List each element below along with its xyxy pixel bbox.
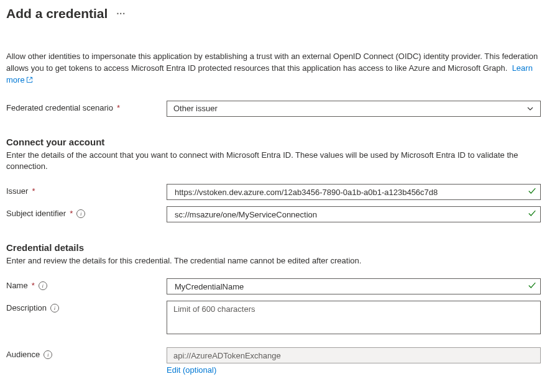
scenario-selected-value: Other issuer bbox=[173, 104, 218, 113]
connect-desc: Enter the details of the account that yo… bbox=[6, 150, 541, 173]
subject-input[interactable] bbox=[167, 206, 541, 222]
info-icon[interactable]: i bbox=[50, 304, 59, 312]
description-label: Description i bbox=[6, 301, 167, 312]
required-marker: * bbox=[32, 186, 35, 196]
info-icon[interactable]: i bbox=[39, 281, 47, 290]
more-actions-button[interactable]: ··· bbox=[116, 9, 126, 19]
edit-audience-link[interactable]: Edit (optional) bbox=[167, 365, 216, 375]
required-marker: * bbox=[32, 281, 35, 290]
subject-input-field[interactable] bbox=[173, 209, 523, 220]
checkmark-icon bbox=[528, 187, 536, 198]
info-icon[interactable]: i bbox=[44, 350, 52, 359]
issuer-input[interactable] bbox=[167, 184, 541, 200]
description-input[interactable] bbox=[167, 301, 541, 334]
page-title-text: Add a credential bbox=[6, 6, 108, 21]
required-marker: * bbox=[117, 103, 120, 112]
external-link-icon bbox=[26, 75, 33, 87]
required-marker: * bbox=[70, 209, 73, 218]
chevron-down-icon bbox=[526, 105, 534, 112]
name-input-field[interactable] bbox=[173, 281, 523, 292]
page-title: Add a credential ··· bbox=[6, 6, 541, 21]
details-desc: Enter and review the details for this cr… bbox=[6, 255, 541, 267]
details-heading: Credential details bbox=[6, 242, 541, 253]
info-icon[interactable]: i bbox=[76, 209, 85, 218]
audience-value: api://AzureADTokenExchange bbox=[173, 351, 281, 360]
connect-heading: Connect your account bbox=[6, 137, 541, 147]
checkmark-icon bbox=[528, 281, 536, 292]
name-input[interactable] bbox=[167, 278, 541, 294]
scenario-label: Federated credential scenario * bbox=[6, 101, 167, 112]
audience-input: api://AzureADTokenExchange bbox=[167, 347, 541, 363]
issuer-input-field[interactable] bbox=[173, 187, 523, 198]
subject-label: Subject identifier * i bbox=[6, 206, 167, 218]
intro-text: Allow other identities to impersonate th… bbox=[6, 51, 541, 87]
scenario-select[interactable]: Other issuer bbox=[167, 101, 541, 117]
name-label: Name * i bbox=[6, 278, 167, 290]
checkmark-icon bbox=[528, 209, 536, 220]
issuer-label: Issuer * bbox=[6, 184, 167, 196]
audience-label: Audience i bbox=[6, 347, 167, 359]
